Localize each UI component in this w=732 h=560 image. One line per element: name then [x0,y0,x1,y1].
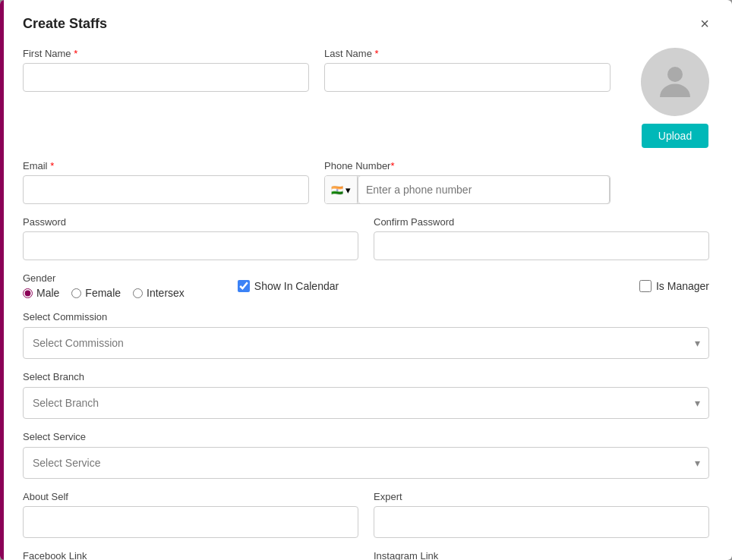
phone-input-row: 🇮🇳 ▾ [324,175,611,204]
show-calendar-label: Show In Calendar [254,280,339,292]
svg-point-0 [667,67,683,82]
show-calendar-group: Show In Calendar [238,280,339,292]
gender-male-radio[interactable] [23,288,33,298]
gender-intersex-radio[interactable] [133,288,143,298]
left-accent [0,0,4,560]
close-x-button[interactable]: × [700,15,709,33]
facebook-link-label: Facebook Link [23,550,358,560]
is-manager-option[interactable]: Is Manager [639,280,709,292]
social-links-row: Facebook Link Instagram Link [23,550,709,560]
about-self-label: About Self [23,491,358,502]
gender-female-radio[interactable] [71,288,81,298]
modal-title: Create Staffs [23,16,107,32]
expert-label: Expert [374,491,709,502]
gender-group: Gender Male Female Intersex [23,272,185,299]
select-service-wrapper: Select Service ▾ [23,447,709,479]
select-branch-dropdown[interactable]: Select Branch [23,387,709,419]
select-branch-section: Select Branch Select Branch ▾ [23,371,709,419]
select-commission-dropdown[interactable]: Select Commission [23,327,709,359]
expert-input[interactable] [374,506,709,538]
confirm-password-group: Confirm Password [374,216,709,260]
select-commission-label: Select Commission [23,311,709,322]
phone-number-input[interactable] [358,175,610,204]
gender-female-label: Female [85,287,121,299]
gender-intersex-option[interactable]: Intersex [133,287,185,299]
is-manager-label: Is Manager [656,280,709,292]
confirm-password-label: Confirm Password [374,216,709,228]
select-branch-wrapper: Select Branch ▾ [23,387,709,419]
select-commission-section: Select Commission Select Commission ▾ [23,311,709,359]
gender-label: Gender [23,272,181,284]
gender-female-option[interactable]: Female [71,287,121,299]
password-label: Password [23,216,358,228]
flag-arrow: ▾ [345,184,351,196]
name-avatar-row: First Name * Last Name * Upload [23,48,709,148]
gender-options: Male Female Intersex [23,287,185,299]
flag-emoji: 🇮🇳 [331,184,343,196]
email-phone-row: Email * Phone Number* 🇮🇳 ▾ [23,160,709,204]
instagram-link-label: Instagram Link [374,550,709,560]
avatar [641,48,709,116]
select-service-dropdown[interactable]: Select Service [23,447,709,479]
first-name-label: First Name * [23,48,309,59]
gender-male-option[interactable]: Male [23,287,59,299]
password-row: Password Confirm Password [23,216,709,260]
about-self-group: About Self [23,491,358,538]
first-name-group: First Name * [23,48,309,92]
email-label: Email * [23,160,309,171]
create-staffs-modal: Create Staffs × First Name * Last Name * [0,0,732,560]
select-service-label: Select Service [23,431,709,442]
about-expert-row: About Self Expert [23,491,709,538]
select-commission-wrapper: Select Commission ▾ [23,327,709,359]
expert-group: Expert [374,491,709,538]
show-calendar-checkbox[interactable] [238,280,250,292]
confirm-password-input[interactable] [374,231,709,260]
email-group: Email * [23,160,309,204]
select-service-section: Select Service Select Service ▾ [23,431,709,479]
phone-label: Phone Number* [324,160,611,171]
first-name-input[interactable] [23,63,309,92]
upload-button[interactable]: Upload [642,124,708,148]
avatar-icon [652,59,698,105]
instagram-link-group: Instagram Link [374,550,709,560]
phone-flag-dropdown[interactable]: 🇮🇳 ▾ [325,176,358,203]
avatar-section: Upload [641,48,709,148]
select-branch-label: Select Branch [23,371,709,382]
last-name-input[interactable] [324,63,611,92]
show-calendar-option[interactable]: Show In Calendar [238,280,339,292]
email-input[interactable] [23,175,309,204]
password-input[interactable] [23,231,358,260]
last-name-label: Last Name * [324,48,611,59]
last-name-group: Last Name * [324,48,611,92]
password-group: Password [23,216,358,260]
phone-group: Phone Number* 🇮🇳 ▾ [324,160,611,204]
about-self-input[interactable] [23,506,358,538]
gender-intersex-label: Intersex [147,287,185,299]
is-manager-group: Is Manager [639,280,709,292]
modal-header: Create Staffs × [23,15,709,33]
is-manager-checkbox[interactable] [639,280,652,292]
gender-male-label: Male [36,287,59,299]
modal-overlay: Create Staffs × First Name * Last Name * [0,0,732,560]
gender-row: Gender Male Female Intersex [23,272,709,299]
facebook-link-group: Facebook Link [23,550,358,560]
